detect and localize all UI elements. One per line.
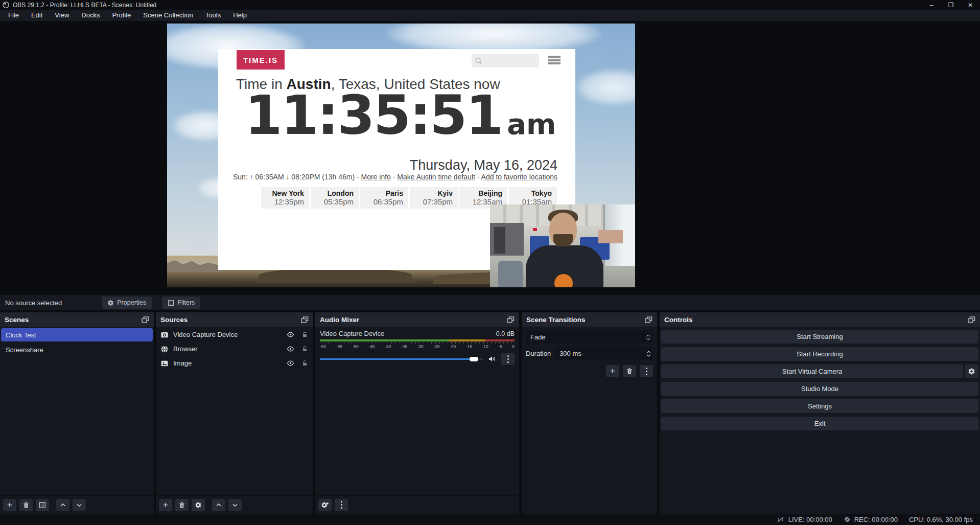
menu-docks[interactable]: Docks: [75, 10, 106, 21]
volume-meter: [320, 339, 515, 341]
menu-scene-collection[interactable]: Scene Collection: [137, 10, 199, 21]
remove-transition-button[interactable]: [623, 365, 636, 377]
timeis-search-box: [472, 54, 539, 67]
add-scene-button[interactable]: +: [3, 499, 16, 511]
transition-menu-button[interactable]: [640, 365, 653, 377]
lock-icon[interactable]: [301, 359, 308, 367]
chevron-up-icon: [59, 501, 66, 509]
transition-select[interactable]: Fade: [526, 331, 653, 344]
chevron-down-icon: [231, 501, 239, 509]
properties-button[interactable]: Properties: [102, 296, 152, 309]
visibility-eye-icon[interactable]: [286, 331, 295, 338]
volume-slider[interactable]: [320, 356, 483, 362]
select-arrows-icon: [643, 331, 653, 344]
scene-transitions-header: Scene Transitions: [522, 312, 657, 327]
remove-scene-button[interactable]: [19, 499, 33, 511]
duration-spinner[interactable]: 300 ms: [555, 347, 653, 360]
gear-icon: [107, 300, 114, 306]
trash-icon: [178, 501, 185, 509]
spinner-arrows-icon[interactable]: [646, 351, 651, 357]
mixer-channel-menu-button[interactable]: [501, 353, 515, 365]
stream-inactive-icon: [776, 516, 785, 523]
start-recording-button[interactable]: Start Recording: [661, 347, 978, 361]
scenes-panel: Scenes Clock Test Screenshare +: [0, 312, 154, 514]
webcam-exit-sign: [533, 228, 537, 231]
add-transition-button[interactable]: +: [606, 365, 619, 377]
webcam-person-beard: [553, 234, 573, 246]
menu-tools[interactable]: Tools: [199, 10, 227, 21]
timeis-sun-info: Sun: ↑ 06:35AM ↓ 08:20PM (13h 46m) - Mor…: [233, 173, 557, 181]
rec-time: REC: 00:00:00: [854, 516, 898, 523]
window-title: OBS 29.1.2 - Profile: LLHLS BETA - Scene…: [13, 2, 156, 9]
advanced-audio-button[interactable]: [318, 499, 332, 511]
obs-logo-icon: [3, 2, 9, 8]
move-source-down-button[interactable]: [228, 499, 242, 511]
virtual-camera-settings-button[interactable]: [965, 364, 978, 378]
webcam-door: [494, 227, 505, 254]
popout-icon[interactable]: [301, 316, 309, 323]
move-scene-up-button[interactable]: [56, 499, 69, 511]
add-source-button[interactable]: +: [159, 499, 172, 511]
visibility-eye-icon[interactable]: [286, 359, 295, 367]
city-card: London05:35pm: [311, 187, 359, 209]
add-favorite-link: Add to favorite locations: [481, 173, 557, 181]
settings-button[interactable]: Settings: [661, 399, 978, 413]
filter-icon: [168, 300, 174, 306]
restore-button[interactable]: ❐: [941, 0, 961, 10]
remove-source-button[interactable]: [175, 499, 189, 511]
move-source-up-button[interactable]: [212, 499, 225, 511]
source-properties-button[interactable]: [192, 499, 205, 511]
move-scene-down-button[interactable]: [73, 499, 86, 511]
menu-view[interactable]: View: [49, 10, 75, 21]
scene-filters-button[interactable]: [36, 499, 49, 511]
city-card: New York12:35pm: [261, 187, 309, 209]
audio-mixer-header: Audio Mixer: [315, 312, 519, 327]
menu-help[interactable]: Help: [227, 10, 253, 21]
source-selection-bar: No source selected Properties Filters: [0, 295, 980, 310]
title-bar: OBS 29.1.2 - Profile: LLHLS BETA - Scene…: [0, 0, 980, 10]
volume-slider-handle[interactable]: [470, 357, 478, 361]
menu-file[interactable]: File: [2, 10, 25, 21]
lock-icon[interactable]: [301, 345, 308, 353]
popout-icon[interactable]: [645, 316, 652, 323]
source-row-browser[interactable]: Browser: [156, 343, 313, 355]
start-virtual-camera-button[interactable]: Start Virtual Camera: [661, 364, 963, 378]
sources-header: Sources: [156, 312, 313, 327]
scene-item-clock-test[interactable]: Clock Test: [1, 328, 153, 341]
source-row-video-capture[interactable]: Video Capture Device: [156, 328, 313, 341]
webcam-source: [490, 204, 635, 287]
program-canvas[interactable]: TIME.IS Time in Austin, Texas, United St…: [167, 24, 635, 287]
exit-button[interactable]: Exit: [661, 417, 978, 430]
scenes-toolbar: +: [0, 495, 154, 514]
close-button[interactable]: ✕: [961, 0, 980, 10]
preview-area: TIME.IS Time in Austin, Texas, United St…: [0, 21, 980, 295]
studio-mode-button[interactable]: Studio Mode: [661, 382, 978, 396]
timeis-logo: TIME.IS: [237, 50, 285, 70]
minimize-button[interactable]: –: [922, 0, 941, 10]
menu-profile[interactable]: Profile: [106, 10, 137, 21]
city-card: Kyiv07:35pm: [410, 187, 458, 209]
gear-icon: [968, 368, 975, 375]
status-bar: LIVE: 00:00:00 REC: 00:00:00 CPU: 0.6%, …: [0, 514, 980, 525]
visibility-eye-icon[interactable]: [286, 345, 295, 353]
scene-item-screenshare[interactable]: Screenshare: [1, 343, 153, 356]
make-default-link: Make Austin time default: [397, 173, 475, 181]
start-streaming-button[interactable]: Start Streaming: [661, 330, 978, 344]
webcam-wall: [598, 230, 623, 243]
scenes-header: Scenes: [0, 312, 154, 327]
popout-icon[interactable]: [507, 316, 515, 323]
popout-icon[interactable]: [142, 316, 149, 323]
controls-panel: Controls Start Streaming Start Recording…: [660, 312, 980, 514]
mixer-menu-button[interactable]: [335, 499, 348, 511]
controls-header: Controls: [660, 312, 980, 327]
filters-button[interactable]: Filters: [162, 296, 200, 309]
speaker-icon[interactable]: [487, 355, 496, 363]
lock-icon[interactable]: [301, 331, 308, 338]
menu-edit[interactable]: Edit: [25, 10, 49, 21]
source-row-image[interactable]: Image: [156, 357, 313, 370]
volume-meter-ticks: [320, 342, 515, 344]
dock-area: Scenes Clock Test Screenshare + Sources: [0, 312, 980, 514]
filter-icon: [39, 501, 46, 509]
popout-icon[interactable]: [968, 316, 975, 323]
sources-toolbar: +: [156, 495, 313, 514]
